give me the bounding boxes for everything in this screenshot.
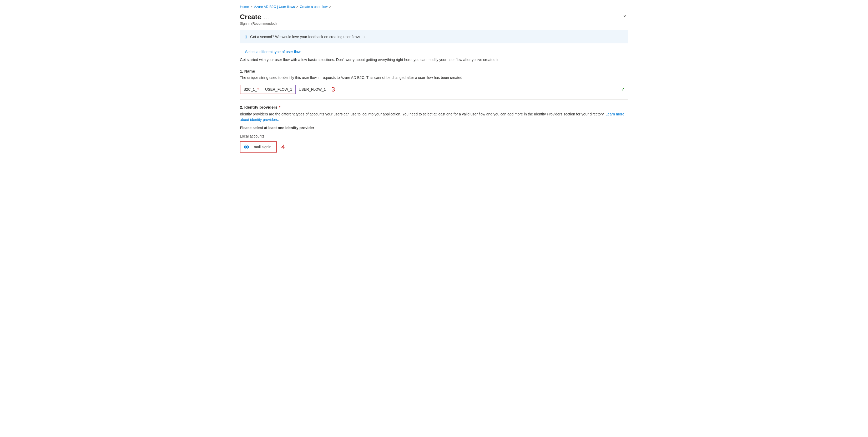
prefix-required: * [257, 87, 259, 92]
feedback-arrow: → [362, 35, 366, 39]
page-title: Create ... [240, 13, 277, 21]
breadcrumb: Home > Azure AD B2C | User flows > Creat… [240, 5, 628, 9]
back-arrow-icon: ← [240, 50, 244, 54]
breadcrumb-sep-1: > [251, 5, 252, 9]
section-identity-desc: Identity providers are the different typ… [240, 112, 628, 123]
page-subtitle: Sign in (Recommended) [240, 22, 277, 26]
annotation-3: 3 [332, 86, 335, 93]
section-identity-providers: 2. Identity providers * Identity provide… [240, 105, 628, 153]
name-input[interactable] [296, 85, 628, 94]
breadcrumb-create-flow[interactable]: Create a user flow [300, 5, 328, 9]
annotation-4: 4 [281, 143, 285, 151]
feedback-link[interactable]: → [361, 35, 366, 39]
prefix-label: B2C_1_ [244, 87, 257, 92]
prefix-box: B2C_1_ * [240, 85, 262, 94]
email-signin-label: Email signin [251, 145, 271, 149]
select-flow-link[interactable]: ← Select a different type of user flow [240, 50, 301, 54]
input-valid-checkmark: ✓ [621, 87, 625, 92]
divider-1 [240, 99, 628, 100]
prefix-inner-value: USER_FLOW_1 [262, 85, 296, 94]
title-text: Create [240, 13, 261, 21]
section-identity-header: 2. Identity providers * [240, 105, 628, 110]
section-name-desc: The unique string used to identify this … [240, 75, 628, 81]
local-accounts-label: Local accounts [240, 134, 628, 138]
required-star: * [279, 105, 280, 110]
header-row: Create ... Sign in (Recommended) × [240, 13, 628, 26]
close-button[interactable]: × [621, 13, 628, 20]
radio-option-row: Email signin 4 [240, 142, 628, 153]
input-prefix-value: USER_FLOW_1 [265, 87, 292, 92]
name-input-row: B2C_1_ * USER_FLOW_1 ✓ 3 [240, 85, 628, 94]
email-signin-radio[interactable] [244, 145, 249, 149]
section-name-header: 1. Name [240, 69, 628, 73]
identity-desc-text: Identity providers are the different typ… [240, 112, 604, 116]
feedback-banner: ℹ Got a second? We would love your feedb… [240, 30, 628, 43]
section-identity-title: 2. Identity providers [240, 105, 278, 110]
breadcrumb-sep-2: > [297, 5, 298, 9]
header-left: Create ... Sign in (Recommended) [240, 13, 277, 26]
intro-text: Get started with your user flow with a f… [240, 57, 628, 63]
email-signin-option-box: Email signin [240, 142, 277, 153]
name-input-wrapper: ✓ [296, 85, 628, 94]
radio-inner-dot [245, 146, 248, 148]
breadcrumb-sep-3: > [329, 5, 331, 9]
breadcrumb-home[interactable]: Home [240, 5, 249, 9]
info-icon: ℹ [245, 34, 247, 40]
please-select-text: Please select at least one identity prov… [240, 126, 628, 130]
feedback-text: Got a second? We would love your feedbac… [250, 35, 366, 39]
section-name: 1. Name The unique string used to identi… [240, 69, 628, 94]
breadcrumb-user-flows[interactable]: Azure AD B2C | User flows [254, 5, 295, 9]
title-ellipsis: ... [264, 14, 269, 20]
select-flow-label: Select a different type of user flow [245, 50, 301, 54]
page-container: Home > Azure AD B2C | User flows > Creat… [231, 0, 637, 168]
